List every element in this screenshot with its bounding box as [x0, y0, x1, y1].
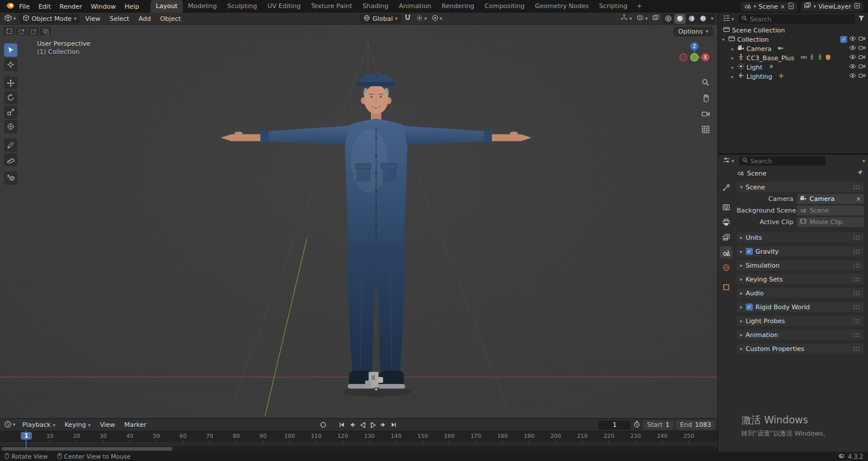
properties-filter-caret[interactable]: ▾ — [862, 159, 865, 164]
jump-to-end-button[interactable] — [389, 420, 398, 429]
character-model[interactable] — [220, 74, 532, 389]
shading-wireframe-button[interactable] — [663, 14, 674, 24]
section-light-probes[interactable]: ▸ Light Probes — [737, 316, 864, 326]
drag-handle[interactable] — [853, 332, 860, 338]
add-workspace-button[interactable]: + — [632, 0, 646, 13]
pose-person-icon-2[interactable] — [816, 54, 823, 63]
pose-person-icon[interactable] — [808, 54, 815, 63]
options-dropdown[interactable]: Options ▾ — [674, 27, 713, 36]
timeline-scrollbar[interactable] — [0, 446, 718, 452]
tab-world-properties[interactable] — [720, 261, 733, 273]
eye-icon[interactable] — [849, 35, 856, 44]
camera-expand-caret[interactable]: ▸ — [730, 46, 735, 52]
camera-restrict-icon[interactable] — [858, 35, 866, 44]
viewport-3d[interactable]: User Perspective (1) Collection — [0, 25, 718, 418]
outliner-editor-type-button[interactable]: ▾ — [721, 14, 736, 24]
preview-range-icon[interactable] — [633, 420, 641, 430]
properties-search[interactable] — [739, 156, 826, 166]
drag-handle[interactable] — [853, 185, 860, 190]
workspace-tab-texture-paint[interactable]: Texture Paint — [306, 0, 358, 13]
camera-field[interactable]: Camera × — [797, 194, 864, 204]
section-gravity[interactable]: ▸ ✓ Gravity — [737, 246, 864, 257]
outliner-row-lighting[interactable]: ▸ Lighting — [718, 72, 868, 81]
proportional-editing-toggle[interactable]: ▾ — [430, 14, 444, 24]
shading-rendered-button[interactable] — [697, 14, 709, 24]
menu-edit[interactable]: Edit — [34, 2, 54, 12]
camera-restrict-icon[interactable] — [858, 53, 866, 63]
tool-annotate[interactable] — [4, 138, 17, 152]
select-mode-extend-button[interactable] — [16, 27, 27, 35]
pan-hand-icon[interactable] — [701, 94, 710, 104]
drag-handle[interactable] — [853, 249, 860, 254]
prev-keyframe-button[interactable] — [348, 420, 356, 429]
light-data-icon[interactable] — [768, 63, 775, 72]
background-scene-field[interactable]: Scene — [797, 206, 864, 215]
link-icon[interactable] — [800, 54, 807, 63]
outliner-row-camera[interactable]: ▸ Camera — [718, 44, 868, 53]
menu-window[interactable]: Window — [87, 2, 120, 12]
select-mode-set-button[interactable] — [3, 27, 14, 35]
show-gizmo-dropdown[interactable]: ▾ — [619, 14, 634, 24]
workspace-tab-uv-editing[interactable]: UV Editing — [262, 0, 306, 13]
tool-rotate[interactable] — [4, 91, 17, 104]
camera-clear-button[interactable]: × — [856, 196, 861, 202]
camera-restrict-icon[interactable] — [858, 72, 866, 81]
drag-handle[interactable] — [853, 235, 860, 240]
play-reverse-button[interactable] — [358, 420, 367, 429]
play-button[interactable] — [369, 420, 377, 429]
shading-dropdown[interactable]: ▾ — [709, 14, 715, 24]
frame-start-field[interactable]: Start 1 — [643, 420, 674, 430]
workspace-tab-modeling[interactable]: Modeling — [183, 0, 222, 13]
new-scene-icon[interactable] — [788, 2, 795, 11]
snap-toggle[interactable] — [402, 14, 413, 24]
drag-handle[interactable] — [853, 291, 860, 296]
xray-toggle[interactable] — [650, 14, 661, 24]
outliner-row-light[interactable]: ▸ Light — [718, 63, 868, 72]
lighting-expand-caret[interactable]: ▸ — [730, 74, 735, 79]
workspace-tab-geometry-nodes[interactable]: Geometry Nodes — [529, 0, 594, 13]
tab-tool-properties[interactable] — [720, 181, 733, 193]
workspace-tab-layout[interactable]: Layout — [150, 0, 182, 13]
zoom-icon[interactable] — [701, 78, 710, 89]
navigation-gizmo[interactable]: Z X — [678, 41, 711, 75]
properties-search-input[interactable] — [751, 158, 823, 165]
editor-type-button[interactable]: ▾ — [2, 14, 18, 24]
tool-add-cube[interactable] — [4, 171, 17, 185]
cc3-expand-caret[interactable]: ▸ — [730, 56, 735, 61]
tool-move[interactable] — [4, 76, 17, 90]
filter-icon[interactable] — [858, 14, 865, 24]
section-units[interactable]: ▸ Units — [737, 232, 864, 243]
workspace-tab-scripting[interactable]: Scripting — [594, 0, 632, 13]
snap-dropdown[interactable]: ▾ — [414, 14, 429, 24]
timeline-scrollbar-handle[interactable] — [2, 447, 172, 451]
frame-end-field[interactable]: End 1083 — [676, 420, 715, 430]
tool-scale[interactable] — [4, 105, 17, 119]
gravity-checkbox[interactable]: ✓ — [746, 248, 753, 255]
timeline-editor-type-button[interactable]: ▾ — [2, 420, 17, 430]
ortho-grid-icon[interactable] — [701, 125, 710, 136]
sun-data-icon[interactable] — [778, 72, 785, 81]
collection-expand-caret[interactable]: ▾ — [720, 37, 726, 42]
tab-output-properties[interactable] — [720, 216, 733, 228]
drag-handle[interactable] — [853, 277, 860, 282]
menu-render[interactable]: Render — [56, 2, 86, 12]
viewport-canvas[interactable] — [0, 25, 718, 418]
timeline-menu-playback[interactable]: Playback ▾ — [19, 420, 60, 430]
section-rigid-body-world[interactable]: ▸ ✓ Rigid Body World — [737, 302, 864, 312]
camera-restrict-icon[interactable] — [858, 63, 866, 72]
section-animation[interactable]: ▸ Animation — [737, 330, 864, 340]
eye-icon[interactable] — [849, 63, 856, 72]
vp-menu-add[interactable]: Add — [134, 14, 155, 24]
blender-logo-icon[interactable] — [3, 2, 14, 11]
tool-measure[interactable] — [4, 153, 17, 166]
menu-help[interactable]: Help — [120, 2, 143, 12]
shield-physics-icon[interactable] — [825, 54, 832, 63]
tab-render-properties[interactable] — [720, 201, 733, 213]
scene-selector[interactable]: ▾ Scene × — [741, 2, 797, 12]
pin-icon[interactable] — [856, 169, 863, 178]
tool-transform[interactable] — [4, 120, 17, 133]
drag-handle[interactable] — [853, 305, 860, 310]
outliner-row-collection[interactable]: ▾ Collection ✓ — [718, 35, 868, 44]
light-expand-caret[interactable]: ▸ — [730, 65, 735, 70]
vp-menu-view[interactable]: View — [81, 14, 104, 24]
